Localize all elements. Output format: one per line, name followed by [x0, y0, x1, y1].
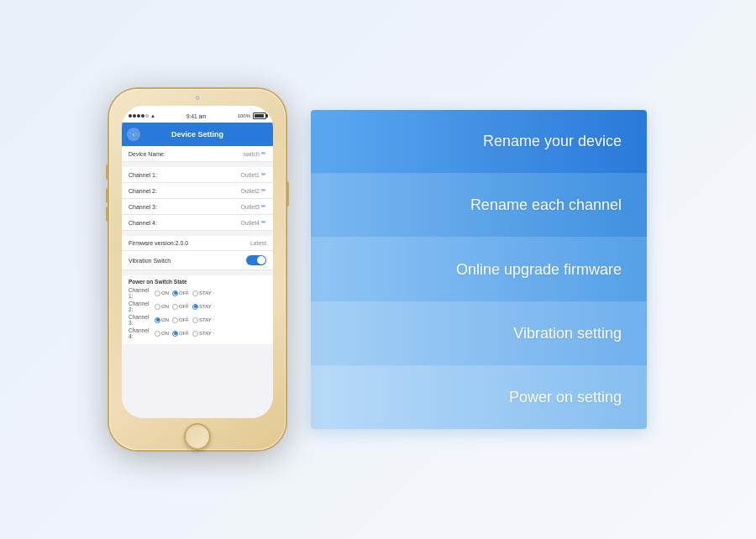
power-ch4-on-label: ON — [161, 331, 169, 336]
annotation-firmware-text: Online upgrade firmware — [456, 261, 622, 279]
power-ch1-radio-group: ON OFF STAY — [155, 290, 212, 296]
power-ch3-label: Channel 3: — [129, 314, 152, 326]
channel2-edit-icon[interactable]: ✏ — [261, 187, 266, 194]
phone: ▲ 9:41 am 100% ‹ Device Setting — [109, 89, 286, 450]
channel1-row[interactable]: Channel 1: Outlet1 ✏ — [122, 167, 273, 183]
power-ch4-off-label: OFF — [179, 331, 189, 336]
power-ch2-off-radio — [172, 304, 178, 310]
power-ch2-label: Channel 2: — [129, 301, 152, 312]
front-camera — [196, 96, 200, 100]
power-ch2-on[interactable]: ON — [155, 304, 169, 310]
back-icon: ‹ — [133, 131, 135, 139]
power-ch3-off[interactable]: OFF — [172, 317, 189, 323]
power-ch4-off-radio — [172, 331, 178, 337]
firmware-row: Firmware version:2.0.0 Latest — [122, 236, 273, 251]
power-ch1-label: Channel 1: — [129, 287, 152, 299]
dot3 — [137, 114, 140, 118]
power-ch2-off[interactable]: OFF — [172, 304, 189, 310]
power-ch3-off-radio — [172, 317, 178, 323]
power-ch1-stay-radio — [192, 290, 198, 296]
power-ch2-stay-radio — [192, 304, 198, 310]
annotation-vibration-text: Vibration setting — [513, 325, 622, 343]
channel3-edit-icon[interactable]: ✏ — [261, 203, 266, 210]
device-name-label: Device Name: — [129, 151, 165, 157]
phone-screen: ▲ 9:41 am 100% ‹ Device Setting — [122, 106, 273, 418]
app-header: ‹ Device Setting — [122, 123, 273, 146]
channel3-value: Outlet3 ✏ — [240, 203, 266, 210]
app-title: Device Setting — [171, 130, 223, 139]
power-ch2-on-label: ON — [161, 304, 169, 309]
dot1 — [129, 114, 132, 118]
power-ch1-off[interactable]: OFF — [172, 290, 189, 296]
annotation-rename-device: Rename your device — [311, 110, 647, 174]
annotation-vibration: Vibration setting — [311, 302, 647, 366]
power-ch1-off-radio — [172, 290, 178, 296]
power-ch4-off[interactable]: OFF — [172, 331, 189, 337]
power-ch4-on-radio — [155, 331, 160, 337]
power-ch3-on[interactable]: ON — [155, 317, 169, 323]
dot4 — [141, 114, 144, 118]
annotation-rename-channel-text: Rename each channel — [470, 196, 622, 214]
power-ch4-stay-radio — [192, 331, 198, 337]
channel4-value: Outlet4 ✏ — [240, 219, 266, 226]
power-ch4-stay[interactable]: STAY — [192, 331, 212, 337]
toggle-knob — [257, 256, 265, 264]
app-content: Device Name: switch ✏ Channel 1: Outlet1… — [122, 146, 273, 418]
power-ch4-radio-group: ON OFF STAY — [155, 331, 212, 337]
channel1-value: Outlet1 ✏ — [240, 171, 266, 178]
power-ch3-off-label: OFF — [179, 317, 189, 322]
channel2-value: Outlet2 ✏ — [240, 187, 266, 194]
scene: ▲ 9:41 am 100% ‹ Device Setting — [0, 0, 756, 539]
device-name-edit-icon[interactable]: ✏ — [261, 150, 266, 157]
power-ch3-on-radio — [155, 317, 160, 323]
channel1-edit-icon[interactable]: ✏ — [261, 171, 266, 178]
back-button[interactable]: ‹ — [127, 128, 140, 141]
power-ch3-on-label: ON — [161, 317, 169, 322]
power-ch4-on[interactable]: ON — [155, 331, 169, 337]
firmware-value: Latest — [250, 240, 266, 246]
power-channel1-row: Channel 1: ON OFF — [129, 287, 266, 299]
power-ch4-label: Channel 4: — [129, 327, 152, 339]
power-ch2-stay-label: STAY — [199, 304, 212, 309]
signal-dots — [129, 114, 149, 118]
channel3-row[interactable]: Channel 3: Outlet3 ✏ — [122, 199, 273, 215]
power-channel3-row: Channel 3: ON OFF — [129, 314, 266, 326]
channel4-label: Channel 4: — [129, 220, 157, 226]
power-ch1-on[interactable]: ON — [155, 290, 169, 296]
device-name-row[interactable]: Device Name: switch ✏ — [122, 146, 273, 162]
vibration-toggle[interactable] — [246, 255, 266, 265]
power-ch3-stay-radio — [192, 317, 198, 323]
channel3-label: Channel 3: — [129, 204, 157, 210]
power-ch1-on-radio — [155, 290, 160, 296]
status-left: ▲ — [129, 113, 155, 118]
annotation-rename-channel: Rename each channel — [311, 174, 647, 238]
power-on-section: Power on Switch State Channel 1: ON OFF — [122, 275, 273, 344]
power-ch3-stay-label: STAY — [199, 317, 212, 322]
power-channel2-row: Channel 2: ON OFF — [129, 301, 266, 312]
power-ch2-radio-group: ON OFF STAY — [155, 304, 212, 310]
channel2-row[interactable]: Channel 2: Outlet2 ✏ — [122, 183, 273, 199]
power-ch1-stay[interactable]: STAY — [192, 290, 212, 296]
power-channel4-row: Channel 4: ON OFF — [129, 327, 266, 339]
annotation-rename-device-text: Rename your device — [483, 133, 622, 150]
power-ch3-stay[interactable]: STAY — [192, 317, 212, 323]
battery-percent: 100% — [238, 113, 250, 118]
power-section-title: Power on Switch State — [129, 279, 266, 285]
channel4-row[interactable]: Channel 4: Outlet4 ✏ — [122, 215, 273, 231]
vibration-row[interactable]: Vibration Switch — [122, 251, 273, 270]
dot5 — [145, 114, 149, 118]
power-ch2-stay[interactable]: STAY — [192, 304, 212, 310]
power-ch1-stay-label: STAY — [199, 290, 212, 296]
annotation-panel: Rename your device Rename each channel O… — [311, 110, 647, 429]
channel4-edit-icon[interactable]: ✏ — [261, 219, 266, 226]
firmware-label: Firmware version:2.0.0 — [129, 240, 188, 246]
vibration-label: Vibration Switch — [129, 258, 171, 264]
battery-icon — [253, 113, 266, 119]
power-ch2-off-label: OFF — [179, 304, 189, 309]
annotation-firmware: Online upgrade firmware — [311, 238, 647, 301]
home-button[interactable] — [184, 423, 211, 450]
battery-fill — [255, 114, 264, 118]
channel2-label: Channel 2: — [129, 188, 157, 194]
power-ch1-on-label: ON — [161, 290, 169, 296]
status-right: 100% — [238, 113, 266, 119]
